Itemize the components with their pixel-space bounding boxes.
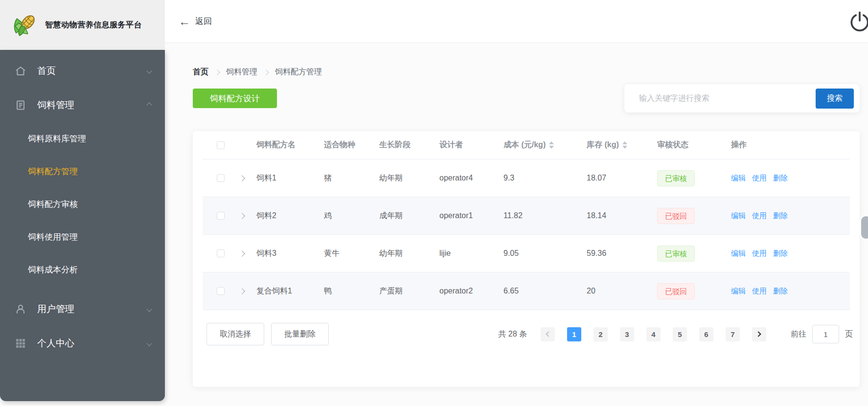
cell-designer: operator1 [439, 211, 503, 220]
expand-chevron-icon[interactable] [239, 213, 245, 219]
column-header-cost: 成本 (元/kg) [503, 140, 587, 150]
search-bar: 搜索 [624, 84, 860, 113]
back-arrow-icon: ← [179, 16, 190, 27]
pagination-page-3[interactable]: 3 [620, 327, 634, 341]
cell-name: 复合饲料1 [256, 286, 324, 296]
sort-caret-icon [622, 141, 627, 149]
column-header-status: 审核状态 [657, 140, 731, 150]
sort-desc-button[interactable] [622, 146, 627, 149]
scrollbar-thumb[interactable] [861, 216, 868, 239]
sort-asc-button[interactable] [549, 141, 554, 144]
pagination-page-6[interactable]: 6 [699, 327, 713, 341]
table-card: 饲料配方名 适合物种 生长阶段 设计者 成本 (元/kg) 库存 (kg) [193, 131, 860, 387]
cell-stock: 18.14 [587, 211, 657, 220]
edit-link[interactable]: 编辑 [731, 287, 746, 296]
logo-area: 智慧动物营养信息服务平台 [0, 0, 165, 50]
sidebar-item-label: 个人中心 [37, 337, 147, 350]
pagination-prev-button[interactable] [541, 327, 555, 341]
sidebar-item-user-management[interactable]: 用户管理 [0, 292, 165, 326]
sidebar-item-feed-formula-management[interactable]: 饲料配方管理 [0, 155, 165, 188]
cell-stock: 20 [587, 287, 657, 295]
corn-logo-icon [11, 11, 39, 39]
sidebar-item-label: 首页 [37, 65, 147, 77]
chevron-down-icon [146, 68, 152, 73]
edit-link[interactable]: 编辑 [731, 174, 746, 183]
cell-stage: 成年期 [379, 211, 439, 221]
cell-stock: 18.07 [587, 174, 657, 182]
goto-page-input[interactable] [812, 325, 839, 343]
cell-designer: operator2 [439, 287, 503, 295]
cell-species: 鸭 [324, 286, 379, 296]
user-icon [15, 303, 26, 315]
column-header-name: 饲料配方名 [256, 140, 324, 150]
sidebar-item-feed-cost-analysis[interactable]: 饲料成本分析 [0, 253, 165, 286]
row-checkbox[interactable] [217, 249, 225, 257]
pagination-page-7[interactable]: 7 [726, 327, 740, 341]
table-row: 饲料2 鸡 成年期 operator1 11.82 18.14 已驳回 编辑 使… [203, 197, 850, 235]
cell-name: 饲料2 [256, 211, 324, 221]
sidebar-item-home[interactable]: 首页 [0, 54, 165, 88]
cell-cost: 11.82 [503, 211, 587, 220]
column-header-cost-label: 成本 (元/kg) [503, 140, 546, 150]
status-badge: 已审核 [657, 170, 695, 186]
delete-link[interactable]: 删除 [773, 249, 788, 258]
logout-power-button[interactable] [847, 10, 868, 34]
use-link[interactable]: 使用 [752, 249, 767, 258]
batch-delete-button[interactable]: 批量删除 [271, 323, 329, 345]
search-input[interactable] [639, 94, 816, 103]
sidebar-item-personal-center[interactable]: 个人中心 [0, 326, 165, 361]
table-header-row: 饲料配方名 适合物种 生长阶段 设计者 成本 (元/kg) 库存 (kg) [203, 131, 850, 159]
sort-asc-button[interactable] [622, 141, 627, 144]
submenu-item-label: 饲料使用管理 [28, 231, 78, 243]
edit-link[interactable]: 编辑 [731, 211, 746, 221]
back-label: 返回 [195, 16, 212, 27]
expand-chevron-icon[interactable] [239, 250, 245, 257]
app-title: 智慧动物营养信息服务平台 [45, 20, 142, 30]
sidebar-item-feed-management[interactable]: 饲料管理 [0, 88, 165, 122]
goto-prefix-label: 前往 [791, 329, 806, 339]
cell-stage: 幼年期 [379, 173, 439, 183]
edit-link[interactable]: 编辑 [731, 249, 746, 258]
pagination-next-button[interactable] [752, 327, 766, 341]
use-link[interactable]: 使用 [752, 287, 767, 296]
app-root: 智慧动物营养信息服务平台 首页 饲料管理 [0, 0, 868, 406]
row-checkbox[interactable] [217, 174, 225, 182]
use-link[interactable]: 使用 [752, 211, 767, 221]
row-checkbox[interactable] [217, 212, 225, 220]
search-button[interactable]: 搜索 [816, 89, 854, 109]
row-checkbox[interactable] [217, 287, 225, 295]
pagination-page-2[interactable]: 2 [594, 327, 608, 341]
breadcrumb-home[interactable]: 首页 [193, 67, 208, 77]
expand-chevron-icon[interactable] [239, 175, 245, 181]
chevron-down-icon [146, 340, 152, 346]
cell-stage: 幼年期 [379, 248, 439, 259]
sidebar-item-label: 用户管理 [37, 303, 147, 316]
pagination-page-1[interactable]: 1 [567, 327, 581, 341]
expand-chevron-icon[interactable] [239, 288, 245, 294]
status-badge: 已驳回 [657, 208, 695, 224]
formula-design-button[interactable]: 饲料配方设计 [193, 89, 277, 108]
column-header-stock-label: 库存 (kg) [587, 140, 619, 150]
sidebar-item-feed-material-library[interactable]: 饲料原料库管理 [0, 122, 165, 155]
sort-desc-button[interactable] [549, 146, 554, 149]
back-button[interactable]: ← 返回 [179, 16, 212, 27]
clear-selection-button[interactable]: 取消选择 [206, 323, 264, 345]
cell-name: 饲料1 [256, 173, 324, 183]
sidebar-item-feed-usage-management[interactable]: 饲料使用管理 [0, 221, 165, 253]
top-header: ← 返回 [165, 0, 868, 43]
delete-link[interactable]: 删除 [773, 174, 788, 183]
sidebar: 智慧动物营养信息服务平台 首页 饲料管理 [0, 0, 165, 401]
use-link[interactable]: 使用 [752, 174, 767, 183]
chevron-right-icon [263, 69, 269, 75]
sort-caret-icon [549, 141, 554, 149]
select-all-checkbox[interactable] [217, 141, 225, 149]
delete-link[interactable]: 删除 [773, 287, 788, 296]
sidebar-item-feed-formula-review[interactable]: 饲料配方审核 [0, 188, 165, 221]
breadcrumb-feed-formula-management: 饲料配方管理 [275, 67, 322, 77]
column-header-species: 适合物种 [324, 140, 379, 150]
breadcrumb-feed-management[interactable]: 饲料管理 [226, 67, 257, 77]
pagination-page-5[interactable]: 5 [673, 327, 687, 341]
delete-link[interactable]: 删除 [773, 211, 788, 221]
pagination-page-4[interactable]: 4 [646, 327, 661, 341]
cell-designer: operator4 [439, 174, 503, 182]
